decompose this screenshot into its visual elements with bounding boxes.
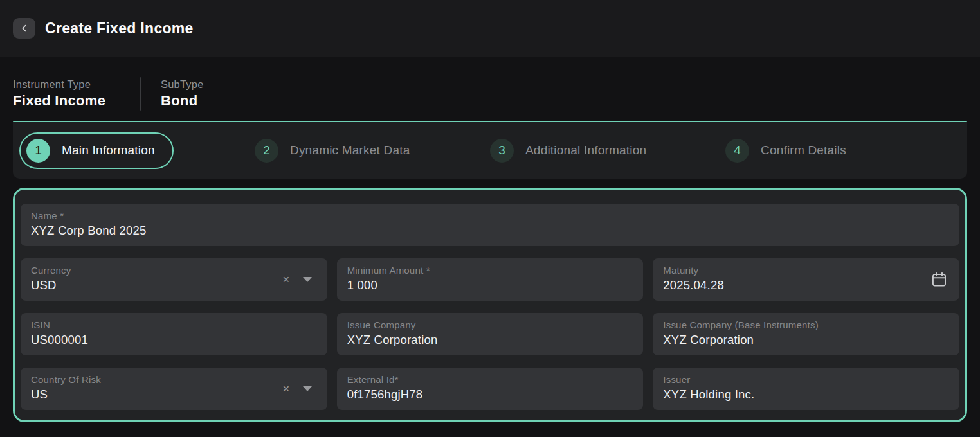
step-main-information[interactable]: 1 Main Information [19,132,174,169]
instrument-type-value: Fixed Income [13,93,121,109]
external-id-value: 0f1756hgjH78 [347,388,633,402]
step-label: Dynamic Market Data [290,143,410,157]
calendar-icon[interactable] [930,271,948,289]
step-label: Confirm Details [761,143,846,157]
country-of-risk-value: US [31,388,317,402]
step-confirm-details[interactable]: 4 Confirm Details [725,139,846,163]
step-number-badge: 1 [26,139,50,163]
main-information-form: Name * XYZ Corp Bond 2025 Currency USD ✕… [13,188,967,422]
issue-company-base-field[interactable]: Issue Company (Base Instruments) XYZ Cor… [653,313,959,355]
instrument-type: Instrument Type Fixed Income [13,78,121,109]
chevron-left-icon [19,23,30,33]
minimum-amount-label: Minimum Amount * [347,265,633,276]
chevron-down-icon[interactable] [303,277,312,282]
subtype-value: Bond [161,93,204,109]
maturity-date-field[interactable]: Maturity 2025.04.28 [653,258,959,301]
issue-company-base-label: Issue Company (Base Instruments) [663,319,949,330]
clear-icon[interactable]: ✕ [282,275,290,284]
stepper: 1 Main Information 2 Dynamic Market Data… [13,122,967,179]
issuer-field[interactable]: Issuer XYZ Holding Inc. [653,368,959,410]
currency-label: Currency [31,265,317,276]
vertical-divider [140,77,141,111]
name-field-value: XYZ Corp Bond 2025 [31,224,949,238]
country-of-risk-label: Country Of Risk [31,374,317,385]
header: Create Fixed Income [0,0,980,57]
instrument-type-bar: Instrument Type Fixed Income SubType Bon… [0,57,980,121]
name-field-label: Name * [31,210,949,221]
issue-company-value: XYZ Corporation [347,333,633,347]
step-number-badge: 3 [490,139,514,163]
back-button[interactable] [13,18,35,39]
minimum-amount-field[interactable]: Minimum Amount * 1 000 [337,258,644,301]
currency-select[interactable]: Currency USD ✕ [21,258,327,301]
issue-company-label: Issue Company [347,319,633,330]
step-number-badge: 2 [255,139,278,163]
name-field[interactable]: Name * XYZ Corp Bond 2025 [21,204,959,246]
issue-company-base-value: XYZ Corporation [663,333,949,347]
external-id-label: External Id* [347,374,633,385]
issuer-label: Issuer [663,374,949,385]
step-dynamic-market-data[interactable]: 2 Dynamic Market Data [255,139,410,163]
step-label: Additional Information [525,143,646,157]
step-number-badge: 4 [725,139,749,163]
subtype: SubType Bond [161,78,204,109]
page-title: Create Fixed Income [45,20,194,37]
isin-label: ISIN [31,319,317,330]
subtype-label: SubType [161,78,204,91]
currency-value: USD [31,278,317,292]
maturity-value: 2025.04.28 [663,278,949,292]
maturity-label: Maturity [663,265,949,276]
country-of-risk-select[interactable]: Country Of Risk US ✕ [21,368,327,410]
isin-field[interactable]: ISIN US000001 [21,313,327,355]
clear-icon[interactable]: ✕ [282,384,290,393]
minimum-amount-value: 1 000 [347,278,633,292]
issue-company-field[interactable]: Issue Company XYZ Corporation [337,313,644,355]
issuer-value: XYZ Holding Inc. [663,388,949,402]
step-label: Main Information [62,143,155,157]
instrument-type-label: Instrument Type [13,78,121,91]
step-additional-information[interactable]: 3 Additional Information [490,139,646,163]
chevron-down-icon[interactable] [303,386,312,391]
external-id-field[interactable]: External Id* 0f1756hgjH78 [337,368,644,410]
isin-value: US000001 [31,333,317,347]
